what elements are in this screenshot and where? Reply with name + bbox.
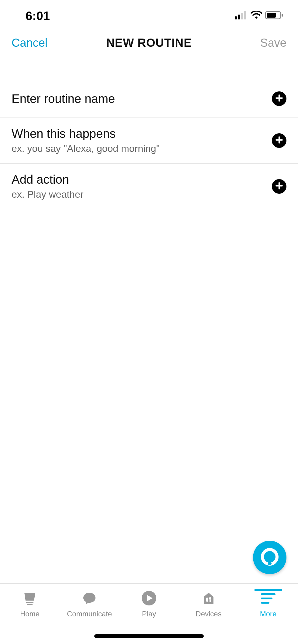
tab-communicate[interactable]: Communicate (62, 590, 117, 618)
tab-label: Communicate (67, 610, 112, 618)
nav-bar: Cancel NEW ROUTINE Save (0, 24, 298, 59)
svg-rect-16 (261, 598, 272, 599)
tab-home[interactable]: Home (2, 590, 57, 618)
svg-rect-17 (261, 602, 269, 604)
plus-icon (275, 182, 283, 191)
alexa-voice-button[interactable] (253, 541, 286, 574)
svg-rect-14 (210, 600, 211, 602)
save-button[interactable]: Save (260, 36, 286, 49)
item-subtitle: ex. Play weather (12, 189, 84, 200)
add-action-item[interactable]: Add action ex. Play weather (0, 164, 298, 209)
home-indicator[interactable] (94, 634, 204, 638)
svg-point-8 (268, 562, 272, 565)
item-title: When this happens (12, 127, 160, 141)
add-action-button[interactable] (272, 179, 286, 194)
item-title: Enter routine name (12, 92, 115, 106)
svg-rect-1 (238, 15, 240, 19)
add-trigger-button[interactable] (272, 133, 286, 148)
svg-rect-15 (261, 593, 275, 595)
devices-icon (201, 590, 217, 607)
active-tab-indicator (255, 589, 282, 591)
svg-rect-0 (235, 16, 237, 19)
svg-rect-9 (26, 602, 33, 603)
more-icon (260, 590, 277, 607)
svg-rect-2 (241, 13, 243, 19)
tab-play[interactable]: Play (122, 590, 176, 618)
svg-rect-6 (282, 14, 283, 17)
play-icon (140, 590, 158, 607)
tab-more[interactable]: More (241, 590, 296, 618)
plus-icon (275, 94, 283, 103)
routine-list: Enter routine name When this happens ex.… (0, 59, 298, 209)
plus-icon (275, 136, 283, 145)
status-bar: 6:01 (0, 0, 298, 24)
tab-label: Home (20, 610, 40, 618)
cancel-button[interactable]: Cancel (12, 36, 47, 49)
status-time: 6:01 (11, 9, 50, 23)
page-title: NEW ROUTINE (106, 36, 192, 49)
cellular-icon (235, 11, 248, 21)
svg-rect-5 (267, 13, 276, 18)
wifi-icon (251, 11, 262, 21)
alexa-icon (261, 548, 279, 567)
communicate-icon (81, 590, 97, 607)
when-this-happens-item[interactable]: When this happens ex. you say "Alexa, go… (0, 118, 298, 164)
svg-rect-10 (27, 604, 33, 605)
battery-icon (265, 11, 283, 21)
svg-rect-12 (206, 598, 208, 602)
svg-rect-3 (244, 11, 246, 19)
enter-routine-name-item[interactable]: Enter routine name (0, 80, 298, 118)
tab-label: Play (142, 610, 156, 618)
svg-point-13 (209, 597, 211, 600)
home-icon (22, 590, 38, 607)
tab-label: More (260, 610, 277, 618)
add-name-button[interactable] (272, 91, 286, 106)
item-subtitle: ex. you say "Alexa, good morning" (12, 143, 160, 154)
status-icons (235, 11, 287, 21)
tab-label: Devices (196, 610, 221, 618)
item-title: Add action (12, 173, 84, 186)
tab-devices[interactable]: Devices (181, 590, 236, 618)
